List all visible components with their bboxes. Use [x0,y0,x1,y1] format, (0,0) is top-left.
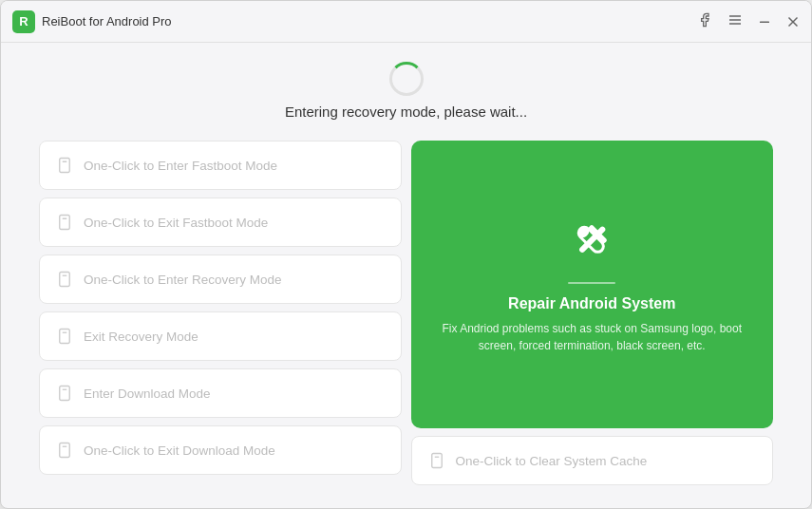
svg-rect-8 [60,216,70,230]
enter-recovery-label: One-Click to Enter Recovery Mode [84,273,282,287]
enter-download-label: Enter Download Mode [84,386,211,401]
download-exit-icon [55,441,74,460]
status-message: Entering recovery mode, please wait... [285,104,527,120]
fastboot-enter-icon [55,156,74,175]
clear-cache-button[interactable]: One-Click to Clear System Cache [411,436,774,485]
exit-fastboot-button[interactable]: One-Click to Exit Fastboot Mode [39,198,402,247]
recovery-enter-icon [55,270,74,289]
logo-icon: R [12,10,35,33]
repair-android-card[interactable]: Repair Android System Fix Andriod proble… [411,141,774,428]
repair-divider [568,282,615,284]
enter-download-button[interactable]: Enter Download Mode [39,368,402,418]
svg-rect-12 [60,330,70,344]
svg-rect-16 [60,443,70,458]
clear-cache-label: One-Click to Clear System Cache [456,454,648,468]
repair-description: Fix Andriod problems such as stuck on Sa… [434,320,751,354]
svg-rect-6 [60,159,70,173]
loading-spinner [389,62,424,96]
cache-icon [427,451,446,470]
app-logo: R ReiBoot for Android Pro [12,10,172,33]
titlebar: R ReiBoot for Android Pro [1,1,811,43]
recovery-exit-icon [55,327,74,346]
exit-download-label: One-Click to Exit Download Mode [84,443,275,458]
app-title: ReiBoot for Android Pro [42,14,172,28]
svg-rect-3 [760,21,769,23]
enter-fastboot-label: One-Click to Enter Fastboot Mode [84,159,277,173]
window-controls [697,12,800,31]
repair-title: Repair Android System [508,295,675,312]
exit-fastboot-label: One-Click to Exit Fastboot Mode [84,216,268,230]
content-area: Entering recovery mode, please wait... O… [1,43,811,508]
exit-recovery-label: Exit Recovery Mode [84,330,198,344]
download-enter-icon [55,384,74,403]
fastboot-exit-icon [55,213,74,232]
enter-fastboot-button[interactable]: One-Click to Enter Fastboot Mode [39,141,402,190]
close-button[interactable] [786,15,800,28]
status-area: Entering recovery mode, please wait... [39,62,773,120]
feature-grid: One-Click to Enter Fastboot Mode One-Cli… [39,141,773,485]
svg-rect-22 [431,454,442,468]
repair-tools-icon [563,215,620,271]
exit-download-button[interactable]: One-Click to Exit Download Mode [39,425,402,475]
facebook-icon[interactable] [697,12,712,31]
svg-rect-19 [576,225,592,240]
main-window: R ReiBoot for Android Pro [0,0,812,509]
logo-letter: R [19,14,28,28]
svg-rect-14 [60,386,70,401]
right-column: Repair Android System Fix Andriod proble… [411,141,774,485]
enter-recovery-button[interactable]: One-Click to Enter Recovery Mode [39,254,402,304]
exit-recovery-button[interactable]: Exit Recovery Mode [39,311,402,361]
menu-icon[interactable] [727,12,743,31]
left-column: One-Click to Enter Fastboot Mode One-Cli… [39,141,402,485]
svg-rect-10 [60,273,70,287]
minimize-button[interactable] [758,15,771,28]
